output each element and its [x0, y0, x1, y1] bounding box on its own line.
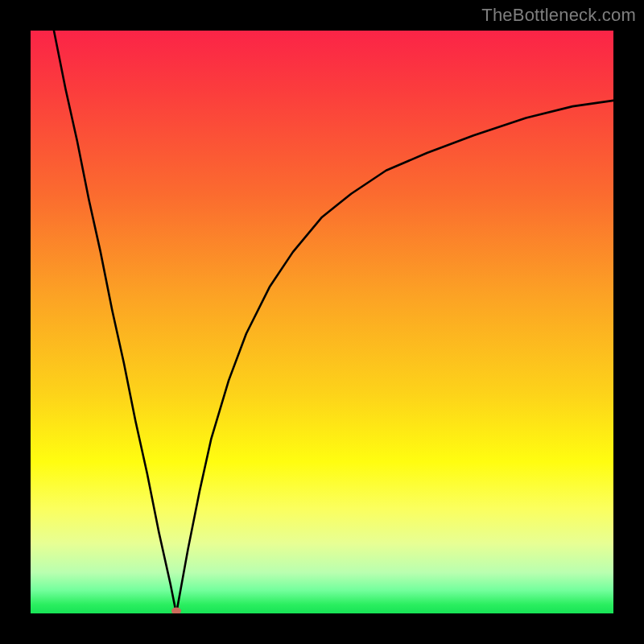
plot-area	[31, 31, 613, 613]
curve-right-branch	[176, 101, 613, 613]
curve-left-branch	[54, 31, 176, 613]
minimum-marker	[171, 608, 181, 614]
chart-curve-svg	[31, 31, 613, 613]
watermark-text: TheBottleneck.com	[481, 5, 636, 26]
chart-frame: TheBottleneck.com	[0, 0, 644, 644]
